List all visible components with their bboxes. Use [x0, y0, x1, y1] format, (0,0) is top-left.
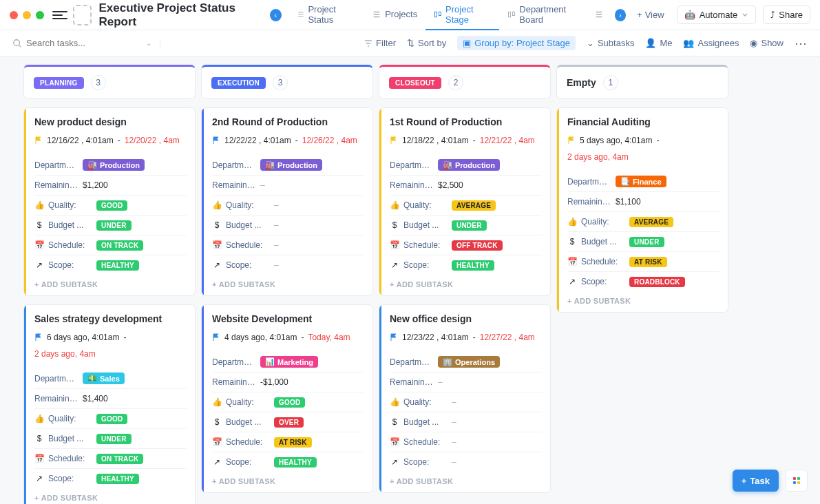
schedule-badge: AT RISK	[274, 437, 312, 448]
add-subtask-button[interactable]: + ADD SUBTASK	[34, 488, 187, 503]
schedule-badge: –	[274, 240, 279, 250]
column-header[interactable]: EXECUTION3	[201, 65, 373, 99]
field-label: Budget ...	[48, 434, 92, 443]
tab-project-stage[interactable]: Project Stage	[425, 0, 499, 30]
scope-badge: HEALTHY	[96, 474, 139, 484]
start-date: 5 days ago, 4:01am	[580, 136, 652, 145]
field-row: $Budget ...–	[390, 412, 542, 432]
tab-overflow[interactable]	[590, 0, 608, 30]
quality-badge: AVERAGE	[629, 217, 673, 227]
column-header[interactable]: Empty1	[556, 65, 728, 99]
field-icon: 📅	[212, 437, 222, 447]
person-icon: 👤	[645, 38, 656, 48]
field-label: Quality:	[226, 397, 270, 407]
search-input[interactable]	[26, 38, 143, 48]
subtasks-button[interactable]: ⌄ Subtasks	[587, 38, 634, 48]
budget-badge: UNDER	[452, 220, 487, 231]
field-label: Department:	[212, 160, 256, 170]
column-planning: PLANNING3New product design12/16/22 , 4:…	[23, 65, 196, 504]
add-view-button[interactable]: +View	[631, 7, 670, 23]
group-icon: ▣	[463, 38, 471, 48]
field-label: Scope:	[403, 457, 448, 467]
field-icon: ↗	[567, 277, 577, 286]
field-label: Schedule:	[581, 257, 625, 266]
more-options[interactable]: ⋯	[795, 36, 808, 51]
field-icon: 📅	[567, 257, 577, 266]
column-empty: Empty1Financial Auditing5 days ago, 4:01…	[556, 65, 728, 504]
share-icon: ⤴	[770, 10, 775, 20]
groupby-button[interactable]: ▣ Group by: Project Stage	[457, 36, 576, 50]
add-subtask-button[interactable]: + ADD SUBTASK	[212, 472, 364, 487]
list-icon	[372, 10, 381, 19]
stage-pill: CLOSEOUT	[389, 77, 441, 89]
field-icon: $	[34, 434, 44, 443]
task-card[interactable]: Financial Auditing5 days ago, 4:01am-2 d…	[556, 107, 728, 313]
task-card[interactable]: Website Development4 days ago, 4:01am-To…	[201, 304, 373, 493]
nav-forward[interactable]: ›	[615, 9, 626, 21]
topbar: Executive Project Status Report ‹ Projec…	[0, 0, 820, 30]
share-button[interactable]: ⤴ Share	[763, 6, 810, 24]
date-row: 12/23/22 , 4:01am-12/27/22 , 4am	[390, 333, 542, 342]
column-header[interactable]: PLANNING3	[23, 65, 196, 99]
field-icon: ↗	[212, 457, 222, 467]
add-subtask-button[interactable]: + ADD SUBTASK	[212, 275, 364, 290]
nav-back[interactable]: ‹	[270, 9, 281, 21]
task-card[interactable]: Sales strategy development6 days ago, 4:…	[23, 304, 196, 504]
field-row: Department:🏢Operations	[390, 352, 542, 372]
field-row: Remaining ...$1,100	[567, 191, 719, 211]
assignees-button[interactable]: 👥 Assignees	[683, 38, 739, 48]
show-button[interactable]: ◉ Show	[750, 38, 784, 48]
task-card[interactable]: 2nd Round of Production12/22/22 , 4:01am…	[201, 107, 373, 296]
close-window[interactable]	[10, 11, 18, 19]
search-dropdown[interactable]: ⌄	[146, 39, 160, 47]
add-subtask-button[interactable]: + ADD SUBTASK	[390, 472, 542, 487]
card-title: 2nd Round of Production	[212, 116, 364, 127]
minimize-window[interactable]	[23, 11, 31, 19]
add-subtask-button[interactable]: + ADD SUBTASK	[390, 275, 542, 290]
add-subtask-button[interactable]: + ADD SUBTASK	[567, 291, 719, 306]
tab-projects[interactable]: Projects	[364, 0, 425, 30]
tab-project-status[interactable]: Project Status	[288, 0, 364, 30]
workspace-icon[interactable]	[73, 5, 92, 25]
field-label: Department:	[34, 160, 78, 170]
task-card[interactable]: 1st Round of Production12/18/22 , 4:01am…	[379, 107, 551, 296]
tab-department-board[interactable]: Department Board	[499, 0, 589, 30]
field-label: Remaining ...	[34, 180, 78, 190]
field-icon: 👍	[212, 397, 222, 407]
remaining-value: $1,100	[616, 197, 641, 207]
field-label: Remaining ...	[390, 180, 434, 190]
field-icon: 📅	[34, 454, 44, 463]
field-row: Remaining ...$1,200	[34, 175, 187, 195]
people-icon: 👥	[683, 38, 694, 48]
hamburger-menu-icon[interactable]	[52, 7, 67, 23]
column-count: 3	[91, 75, 106, 90]
field-label: Remaining ...	[34, 394, 78, 403]
department-badge: 🏭Production	[438, 159, 500, 171]
field-label: Budget ...	[226, 220, 270, 230]
field-icon: 📅	[34, 240, 44, 250]
column-header[interactable]: CLOSEOUT2	[379, 65, 551, 99]
department-badge: 🏢Operations	[438, 356, 500, 368]
me-button[interactable]: 👤 Me	[645, 38, 672, 48]
task-card[interactable]: New office design12/23/22 , 4:01am-12/27…	[379, 304, 551, 493]
due-date: 12/20/22 , 4am	[125, 136, 180, 145]
automate-button[interactable]: 🤖 Automate	[677, 6, 757, 24]
stage-pill: PLANNING	[34, 77, 84, 89]
schedule-badge: –	[452, 437, 456, 447]
field-label: Quality:	[581, 217, 625, 227]
sortby-button[interactable]: ⇅ Sort by	[407, 38, 446, 48]
new-task-button[interactable]: +Task	[733, 470, 779, 492]
maximize-window[interactable]	[36, 11, 44, 19]
add-subtask-button[interactable]: + ADD SUBTASK	[34, 275, 187, 290]
field-row: 👍Quality:–	[212, 195, 364, 215]
task-card[interactable]: New product design12/16/22 , 4:01am-12/2…	[23, 107, 196, 296]
flag-icon	[390, 136, 398, 145]
column-execution: EXECUTION32nd Round of Production12/22/2…	[201, 65, 373, 504]
filter-button[interactable]: Filter	[364, 38, 396, 48]
field-row: Remaining ...$2,500	[390, 175, 542, 195]
plus-icon: +	[637, 10, 642, 20]
field-label: Department:	[390, 160, 434, 170]
apps-button[interactable]	[786, 470, 808, 492]
field-label: Scope:	[403, 260, 448, 270]
toolbar: ⌄ Filter ⇅ Sort by ▣ Group by: Project S…	[0, 30, 820, 56]
